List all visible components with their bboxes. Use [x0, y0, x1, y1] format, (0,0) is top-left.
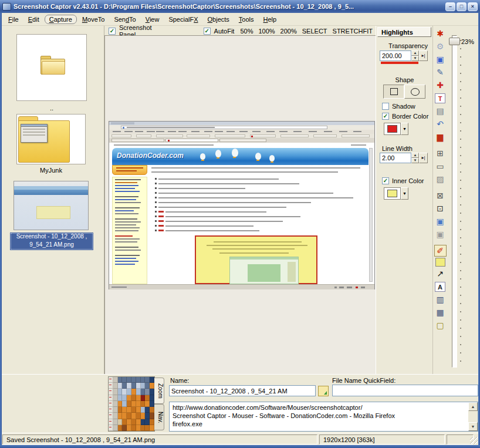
resize-image-icon[interactable]: ⊞: [434, 147, 447, 159]
inner-color-dropdown[interactable]: ▼: [384, 187, 408, 200]
line-width-value[interactable]: 2.00: [380, 153, 411, 163]
highlights-panel: Highlights Transparency 200.00 ▲▼ ▸| Sha…: [376, 26, 432, 374]
line-width-spinner[interactable]: 2.00 ▲▼ ▸|: [380, 153, 428, 163]
shape-ellipse-button[interactable]: [404, 85, 425, 99]
highlight-object[interactable]: [195, 235, 317, 284]
spin-up-icon[interactable]: ▲: [411, 50, 419, 56]
quickfield-input[interactable]: [332, 385, 478, 396]
transparency-expand-button[interactable]: ▸|: [419, 50, 428, 61]
textbox-tool-icon[interactable]: A: [435, 282, 445, 292]
browser-toolbar-row: [109, 130, 374, 134]
status-bar: Saved Screenshot - 10_12_2008 , 9_54_21 …: [2, 433, 478, 445]
name-input[interactable]: [169, 385, 316, 396]
zoom-link-stretchfit[interactable]: STRETCHFIT: [333, 28, 373, 35]
capture-notes[interactable]: http://www.donationcoder.com/Software/Mo…: [169, 402, 478, 432]
imagetext-tool-icon[interactable]: ▦: [434, 306, 447, 318]
border-color-dropdown[interactable]: ▼: [384, 123, 408, 135]
spin-down-icon[interactable]: ▼: [411, 56, 419, 61]
tab-nav[interactable]: Nav.: [154, 404, 164, 430]
save-icon[interactable]: ▣: [434, 53, 447, 65]
menu-capture[interactable]: Capture: [45, 15, 77, 24]
menu-objects[interactable]: Objects: [204, 15, 234, 24]
menu-bar: FileEditCaptureMoveToSendToViewSpecialFX…: [2, 13, 478, 26]
caption-tool-icon[interactable]: ▥: [434, 294, 447, 305]
zoom-percentage: 23%: [461, 38, 474, 45]
shadow-edge-icon[interactable]: ▨: [434, 173, 447, 185]
autofit-checkbox[interactable]: ✓: [204, 28, 211, 35]
toolbox-icon[interactable]: ▆: [434, 131, 447, 143]
zoom-link-50pct[interactable]: 50%: [240, 28, 253, 35]
scroll-down-icon[interactable]: ▼: [468, 422, 478, 431]
menu-edit[interactable]: Edit: [24, 15, 43, 24]
menu-sendto[interactable]: SendTo: [110, 15, 140, 24]
frame-blue-icon[interactable]: ▣: [434, 215, 447, 227]
zoom-slider-track[interactable]: [452, 35, 457, 368]
browser-statusbar: [109, 284, 374, 289]
zoom-slider-handle[interactable]: [449, 38, 460, 45]
thumbnail-screenshot[interactable]: [13, 181, 89, 230]
transparency-level-bar: [381, 62, 418, 64]
scroll-up-icon[interactable]: ▲: [468, 402, 478, 411]
spin-up-icon[interactable]: ▲: [411, 153, 419, 158]
delete-icon[interactable]: ✱: [434, 28, 447, 39]
screenshot-panel-checkbox[interactable]: ✓: [109, 28, 116, 35]
highlight-tool-icon[interactable]: ✐: [434, 245, 447, 257]
menu-tools[interactable]: Tools: [235, 15, 258, 24]
highlight-swatch[interactable]: [435, 258, 445, 267]
print-icon[interactable]: ▤: [434, 105, 447, 117]
minimize-button[interactable]: –: [445, 2, 455, 11]
zoom-link-200pct[interactable]: 200%: [280, 28, 297, 35]
line-width-expand-button[interactable]: ▸|: [419, 153, 428, 163]
notes-scrollbar[interactable]: ▲ ▼: [468, 402, 478, 431]
tab-zoom[interactable]: Zoom: [154, 378, 164, 404]
spin-down-icon[interactable]: ▼: [411, 158, 419, 163]
screenshot-thumb-label[interactable]: Screenshot - 10_12_2008 , 9_54_21 AM.png: [10, 233, 93, 250]
menu-specialfx[interactable]: SpecialFX: [164, 15, 202, 24]
text-object-icon[interactable]: T: [435, 93, 445, 103]
thumbnail-panel: .. MyJunk Screenshot - 10_12_2008 , 9_54…: [2, 26, 104, 374]
inner-color-checkbox[interactable]: ✓: [382, 177, 389, 184]
border-color-swatch: [387, 125, 397, 133]
maximize-button[interactable]: □: [457, 2, 467, 11]
option-bar: ✓ Screenshot Panel ✓ AutoFit 50%100%200%…: [109, 26, 373, 36]
bottom-panel: Zoom Nav. Name: File Name QuickField: ht…: [2, 374, 478, 433]
edit-icon[interactable]: ✎: [434, 66, 447, 78]
shape-rectangle-button[interactable]: [383, 85, 404, 99]
transparency-value[interactable]: 200.00: [380, 50, 411, 61]
captured-screenshot[interactable]: DonationCoder.com: [109, 121, 375, 289]
app-icon: [2, 3, 11, 11]
dropdown-arrow-icon[interactable]: ▼: [401, 187, 408, 200]
thumbnail-up-folder[interactable]: [16, 34, 87, 101]
border-color-checkbox[interactable]: ✓: [382, 113, 389, 120]
site-sidebar: [112, 177, 147, 284]
page-scrollbar: [369, 148, 373, 282]
settings-gears-icon[interactable]: ⚙: [434, 41, 447, 52]
image-canvas[interactable]: DonationCoder.com: [104, 35, 376, 374]
crop-icon[interactable]: ⊡: [434, 203, 447, 214]
dropdown-arrow-icon[interactable]: ▼: [401, 123, 408, 135]
menu-view[interactable]: View: [141, 15, 164, 24]
clear-region-icon[interactable]: ⊠: [434, 190, 447, 201]
pixel-zoom-preview[interactable]: [108, 376, 155, 432]
menu-file[interactable]: File: [4, 15, 23, 24]
apply-name-button[interactable]: [318, 386, 329, 396]
undo-icon[interactable]: ↶: [434, 118, 447, 130]
zoom-link-100pct[interactable]: 100%: [258, 28, 275, 35]
border-image-icon[interactable]: ▭: [434, 160, 447, 172]
resize-grip[interactable]: [470, 437, 478, 444]
zoom-link-select[interactable]: SELECT: [302, 28, 327, 35]
name-label: Name:: [170, 377, 189, 384]
image-size-info: 1920x1200 [363k]: [319, 434, 445, 444]
shadow-label: Shadow: [392, 103, 415, 110]
menu-help[interactable]: Help: [259, 15, 281, 24]
close-button[interactable]: ×: [468, 2, 478, 11]
transparency-spinner[interactable]: 200.00 ▲▼ ▸|: [380, 50, 428, 61]
thumbnail-myjunk-folder[interactable]: [16, 114, 86, 164]
browser-tab-row: [109, 138, 374, 143]
arrow-tool-icon[interactable]: ↗: [434, 268, 447, 279]
add-object-icon[interactable]: ✚: [434, 79, 447, 91]
frame-gray-icon[interactable]: ▣: [434, 228, 447, 240]
shadow-checkbox[interactable]: ✓: [382, 103, 389, 110]
select-rect-tool-icon[interactable]: ▢: [434, 319, 447, 331]
menu-moveto[interactable]: MoveTo: [78, 15, 109, 24]
